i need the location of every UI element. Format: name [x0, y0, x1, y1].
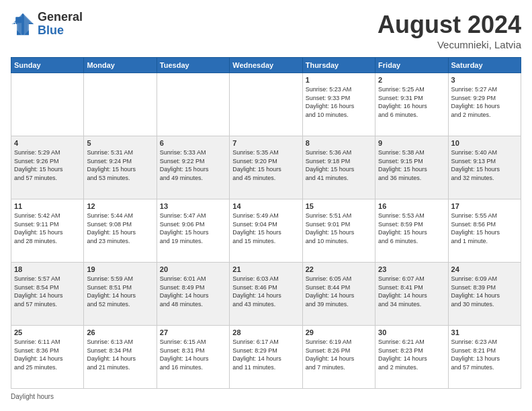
- page: G General Blue August 2024 Vecumnieki, L…: [0, 0, 532, 411]
- day-info: Sunrise: 5:27 AM Sunset: 9:29 PM Dayligh…: [451, 85, 518, 119]
- calendar-week-4: 18Sunrise: 5:57 AM Sunset: 8:54 PM Dayli…: [11, 263, 521, 326]
- logo-general-text: General: [38, 11, 83, 24]
- day-info: Sunrise: 6:19 AM Sunset: 8:26 PM Dayligh…: [306, 338, 372, 371]
- daylight-hours-label: Daylight hours: [11, 393, 54, 400]
- day-info: Sunrise: 5:25 AM Sunset: 9:31 PM Dayligh…: [378, 85, 445, 119]
- day-info: Sunrise: 6:13 AM Sunset: 8:34 PM Dayligh…: [87, 338, 153, 371]
- calendar-cell: 29Sunrise: 6:19 AM Sunset: 8:26 PM Dayli…: [302, 326, 375, 389]
- day-info: Sunrise: 5:29 AM Sunset: 9:26 PM Dayligh…: [14, 148, 81, 182]
- calendar-cell: 7Sunrise: 5:35 AM Sunset: 9:20 PM Daylig…: [230, 136, 302, 199]
- calendar-cell: 13Sunrise: 5:47 AM Sunset: 9:06 PM Dayli…: [157, 199, 229, 263]
- day-info: Sunrise: 5:42 AM Sunset: 9:11 PM Dayligh…: [14, 212, 81, 245]
- header: G General Blue August 2024 Vecumnieki, L…: [11, 11, 521, 50]
- day-number: 19: [87, 265, 153, 273]
- day-number: 29: [306, 328, 372, 336]
- calendar-cell: 8Sunrise: 5:36 AM Sunset: 9:18 PM Daylig…: [302, 136, 375, 199]
- calendar-table: SundayMondayTuesdayWednesdayThursdayFrid…: [11, 57, 521, 389]
- logo: G General Blue: [11, 11, 83, 38]
- day-number: 17: [451, 202, 518, 210]
- calendar-cell: 16Sunrise: 5:53 AM Sunset: 8:59 PM Dayli…: [375, 199, 448, 263]
- day-number: 14: [232, 202, 299, 210]
- calendar-cell: 26Sunrise: 6:13 AM Sunset: 8:34 PM Dayli…: [84, 326, 157, 389]
- calendar-cell: 14Sunrise: 5:49 AM Sunset: 9:04 PM Dayli…: [230, 199, 302, 263]
- calendar-header-thursday: Thursday: [302, 58, 375, 73]
- footer-note: Daylight hours: [11, 393, 521, 400]
- day-number: 26: [87, 328, 153, 336]
- calendar-cell: 28Sunrise: 6:17 AM Sunset: 8:29 PM Dayli…: [230, 326, 302, 389]
- calendar-cell: 10Sunrise: 5:40 AM Sunset: 9:13 PM Dayli…: [448, 136, 521, 199]
- day-number: 10: [451, 139, 518, 147]
- day-number: 12: [87, 202, 153, 210]
- calendar-header-row: SundayMondayTuesdayWednesdayThursdayFrid…: [11, 58, 521, 73]
- calendar-header-monday: Monday: [84, 58, 157, 73]
- calendar-cell: 6Sunrise: 5:33 AM Sunset: 9:22 PM Daylig…: [157, 136, 229, 199]
- day-number: 4: [14, 139, 81, 147]
- day-number: 28: [232, 328, 299, 336]
- day-number: 15: [306, 202, 372, 210]
- calendar-cell: 30Sunrise: 6:21 AM Sunset: 8:23 PM Dayli…: [375, 326, 448, 389]
- day-number: 1: [306, 76, 372, 84]
- day-info: Sunrise: 6:21 AM Sunset: 8:23 PM Dayligh…: [378, 338, 445, 371]
- day-number: 6: [160, 139, 226, 147]
- calendar-week-3: 11Sunrise: 5:42 AM Sunset: 9:11 PM Dayli…: [11, 199, 521, 263]
- day-info: Sunrise: 6:15 AM Sunset: 8:31 PM Dayligh…: [160, 338, 226, 371]
- day-number: 20: [160, 265, 226, 273]
- day-info: Sunrise: 5:31 AM Sunset: 9:24 PM Dayligh…: [87, 148, 153, 182]
- logo-blue-text: Blue: [38, 24, 83, 38]
- day-info: Sunrise: 6:05 AM Sunset: 8:44 PM Dayligh…: [306, 275, 372, 308]
- day-number: 11: [14, 202, 81, 210]
- calendar-cell: 25Sunrise: 6:11 AM Sunset: 8:36 PM Dayli…: [11, 326, 84, 389]
- calendar-header-tuesday: Tuesday: [157, 58, 229, 73]
- calendar-cell: 15Sunrise: 5:51 AM Sunset: 9:01 PM Dayli…: [302, 199, 375, 263]
- calendar-cell: 4Sunrise: 5:29 AM Sunset: 9:26 PM Daylig…: [11, 136, 84, 199]
- calendar-week-2: 4Sunrise: 5:29 AM Sunset: 9:26 PM Daylig…: [11, 136, 521, 199]
- subtitle: Vecumnieki, Latvia: [378, 39, 521, 50]
- day-info: Sunrise: 5:55 AM Sunset: 8:56 PM Dayligh…: [451, 212, 518, 245]
- day-info: Sunrise: 6:11 AM Sunset: 8:36 PM Dayligh…: [14, 338, 81, 371]
- calendar-cell: 9Sunrise: 5:38 AM Sunset: 9:15 PM Daylig…: [375, 136, 448, 199]
- day-number: 3: [451, 76, 518, 84]
- calendar-week-1: 1Sunrise: 5:23 AM Sunset: 9:33 PM Daylig…: [11, 73, 521, 136]
- day-info: Sunrise: 6:01 AM Sunset: 8:49 PM Dayligh…: [160, 275, 226, 308]
- calendar-cell: [84, 73, 157, 136]
- day-number: 27: [160, 328, 226, 336]
- calendar-header-saturday: Saturday: [448, 58, 521, 73]
- calendar-cell: 20Sunrise: 6:01 AM Sunset: 8:49 PM Dayli…: [157, 263, 229, 326]
- calendar-header-sunday: Sunday: [11, 58, 84, 73]
- day-number: 8: [306, 139, 372, 147]
- day-number: 7: [232, 139, 299, 147]
- calendar-cell: 23Sunrise: 6:07 AM Sunset: 8:41 PM Dayli…: [375, 263, 448, 326]
- svg-text:G: G: [13, 21, 17, 27]
- day-info: Sunrise: 6:03 AM Sunset: 8:46 PM Dayligh…: [232, 275, 299, 308]
- calendar-week-5: 25Sunrise: 6:11 AM Sunset: 8:36 PM Dayli…: [11, 326, 521, 389]
- day-info: Sunrise: 5:33 AM Sunset: 9:22 PM Dayligh…: [160, 148, 226, 182]
- day-number: 21: [232, 265, 299, 273]
- calendar-cell: 1Sunrise: 5:23 AM Sunset: 9:33 PM Daylig…: [302, 73, 375, 136]
- day-info: Sunrise: 5:49 AM Sunset: 9:04 PM Dayligh…: [232, 212, 299, 245]
- day-info: Sunrise: 5:44 AM Sunset: 9:08 PM Dayligh…: [87, 212, 153, 245]
- calendar-cell: 2Sunrise: 5:25 AM Sunset: 9:31 PM Daylig…: [375, 73, 448, 136]
- calendar-header-wednesday: Wednesday: [230, 58, 302, 73]
- day-info: Sunrise: 5:59 AM Sunset: 8:51 PM Dayligh…: [87, 275, 153, 308]
- logo-icon: G: [11, 12, 35, 36]
- day-info: Sunrise: 5:51 AM Sunset: 9:01 PM Dayligh…: [306, 212, 372, 245]
- day-number: 30: [378, 328, 445, 336]
- calendar-cell: 11Sunrise: 5:42 AM Sunset: 9:11 PM Dayli…: [11, 199, 84, 263]
- day-info: Sunrise: 5:47 AM Sunset: 9:06 PM Dayligh…: [160, 212, 226, 245]
- day-info: Sunrise: 6:09 AM Sunset: 8:39 PM Dayligh…: [451, 275, 518, 308]
- day-info: Sunrise: 5:35 AM Sunset: 9:20 PM Dayligh…: [232, 148, 299, 182]
- title-area: August 2024 Vecumnieki, Latvia: [378, 11, 521, 50]
- day-info: Sunrise: 5:38 AM Sunset: 9:15 PM Dayligh…: [378, 148, 445, 182]
- day-number: 16: [378, 202, 445, 210]
- calendar-cell: 17Sunrise: 5:55 AM Sunset: 8:56 PM Dayli…: [448, 199, 521, 263]
- day-number: 13: [160, 202, 226, 210]
- day-info: Sunrise: 6:23 AM Sunset: 8:21 PM Dayligh…: [451, 338, 518, 371]
- day-number: 9: [378, 139, 445, 147]
- day-info: Sunrise: 5:53 AM Sunset: 8:59 PM Dayligh…: [378, 212, 445, 245]
- calendar-cell: [157, 73, 229, 136]
- calendar-cell: 22Sunrise: 6:05 AM Sunset: 8:44 PM Dayli…: [302, 263, 375, 326]
- day-info: Sunrise: 5:23 AM Sunset: 9:33 PM Dayligh…: [306, 85, 372, 119]
- calendar-cell: 18Sunrise: 5:57 AM Sunset: 8:54 PM Dayli…: [11, 263, 84, 326]
- calendar-cell: 24Sunrise: 6:09 AM Sunset: 8:39 PM Dayli…: [448, 263, 521, 326]
- calendar-cell: 27Sunrise: 6:15 AM Sunset: 8:31 PM Dayli…: [157, 326, 229, 389]
